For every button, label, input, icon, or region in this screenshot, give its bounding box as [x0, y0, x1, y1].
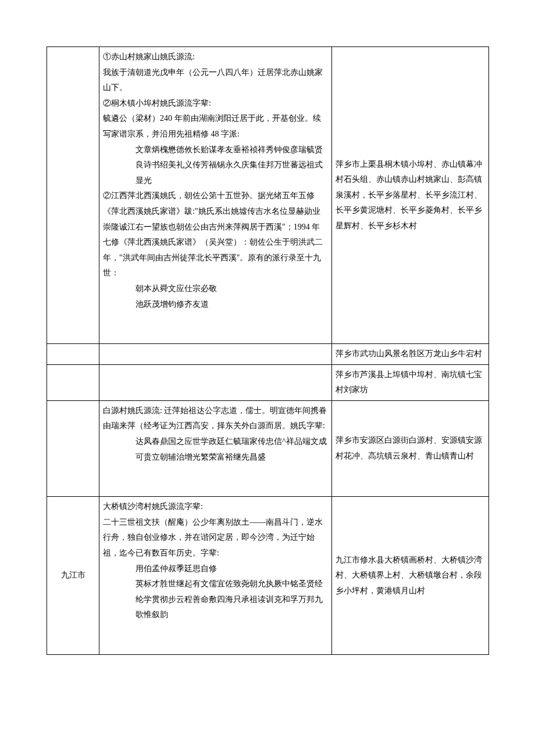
- source-cell: 大桥镇沙湾村姚氏源流字辈: 二十三世祖文扶（醒庵）公少年离别故土——南昌斗门，逆…: [99, 497, 332, 655]
- table-row: 九江市 大桥镇沙湾村姚氏源流字辈: 二十三世祖文扶（醒庵）公少年离别故土——南昌…: [47, 497, 489, 655]
- text-line: 我族于清朝道光戊申年（公元一八四八年）迁居萍北赤山姚家山下。: [103, 65, 328, 96]
- source-cell: ①赤山村姚家山姚氏源流: 我族于清朝道光戊申年（公元一八四八年）迁居萍北赤山姚家…: [99, 47, 332, 344]
- text-line: 毓遴公（梁材）240 年前由湖南浏阳迁居于此，开基创业。续写家谱宗系，并沿用先祖…: [103, 111, 328, 142]
- spacer: [103, 465, 328, 494]
- location-cell: 九江市修水县大桥镇画桥村、大桥镇沙湾村、大桥镇界上村、大桥镇墩台村，余段乡小坪村…: [332, 497, 489, 655]
- region-cell: [47, 344, 99, 365]
- text-line: ②桐木镇小埠村姚氏源流字辈:: [103, 96, 328, 112]
- text-line: ①赤山村姚家山姚氏源流:: [103, 49, 328, 65]
- generation-poem: 达凤春鼎国之应世学政廷仁毓瑞家传忠信^祥品端文成可贵立朝辅治增光繁荣富裕继先昌盛: [103, 434, 328, 465]
- region-cell: [47, 364, 99, 400]
- text-line: ②江西萍北西溪姚氏，朝佐公第十五世孙。据光绪五年五修《萍北西溪姚氏家谱》跋:"姚…: [103, 188, 328, 281]
- text-line: 白源村姚氏源流: 迁萍始祖达公字志道，儒士。明宣德年间携眷由瑞来萍（经考证为江西…: [103, 403, 328, 434]
- location-cell: 萍乡市芦溪县上埠镇中埠村、南坑镇七宝村刘家坊: [332, 364, 489, 400]
- generation-poem: 池跃茂增钧修齐友道: [103, 297, 328, 313]
- location-cell: 萍乡市上栗县桐木镇小埠村、赤山镇幕冲村石头组、赤山镇赤山村姚家山、彭高镇泉溪村，…: [332, 47, 489, 344]
- region-cell: 九江市: [47, 497, 99, 655]
- region-cell: [47, 47, 99, 344]
- table-row: ①赤山村姚家山姚氏源流: 我族于清朝道光戊申年（公元一八四八年）迁居萍北赤山姚家…: [47, 47, 489, 344]
- table-row: 萍乡市武功山风景名胜区万龙山乡牛宕村: [47, 344, 489, 365]
- generation-poem: 文章炳槐懋德攸长贻谋孝友垂裕祯祥秀钟俊彦瑞毓贤良诗书绍美礼义传芳福锡永久庆集佳邦…: [103, 142, 328, 189]
- text-line: 二十三世祖文扶（醒庵）公少年离别故土——南昌斗门，逆水行舟，独自创业修水，并在谐…: [103, 515, 328, 561]
- generation-poem: 用伯孟仲叔季廷思自修: [103, 561, 328, 577]
- text-line: 大桥镇沙湾村姚氏源流字辈:: [103, 499, 328, 515]
- generation-poem: 英标才胜世继起有文儒宜佐致尧朝允执厥中铭圣贤经纶学贯彻步云程善命敷四海只承祖读训…: [103, 576, 328, 623]
- source-cell: [99, 364, 332, 400]
- genealogy-table: ①赤山村姚家山姚氏源流: 我族于清朝道光戊申年（公元一八四八年）迁居萍北赤山姚家…: [47, 46, 489, 655]
- region-cell: [47, 400, 99, 496]
- generation-poem: 朝本从舜文应仕宗必敬: [103, 281, 328, 297]
- spacer: [103, 312, 328, 341]
- spacer: [103, 623, 328, 652]
- source-cell: 白源村姚氏源流: 迁萍始祖达公字志道，儒士。明宣德年间携眷由瑞来萍（经考证为江西…: [99, 400, 332, 496]
- table-row: 萍乡市芦溪县上埠镇中埠村、南坑镇七宝村刘家坊: [47, 364, 489, 400]
- location-cell: 萍乡市武功山风景名胜区万龙山乡牛宕村: [332, 344, 489, 365]
- source-cell: [99, 344, 332, 365]
- table-row: 白源村姚氏源流: 迁萍始祖达公字志道，儒士。明宣德年间携眷由瑞来萍（经考证为江西…: [47, 400, 489, 496]
- location-cell: 萍乡市安源区白源街白源村、安源镇安源村花冲、高坑镇云泉村、青山镇青山村: [332, 400, 489, 496]
- document-page: ①赤山村姚家山姚氏源流: 我族于清朝道光戊申年（公元一八四八年）迁居萍北赤山姚家…: [0, 0, 535, 690]
